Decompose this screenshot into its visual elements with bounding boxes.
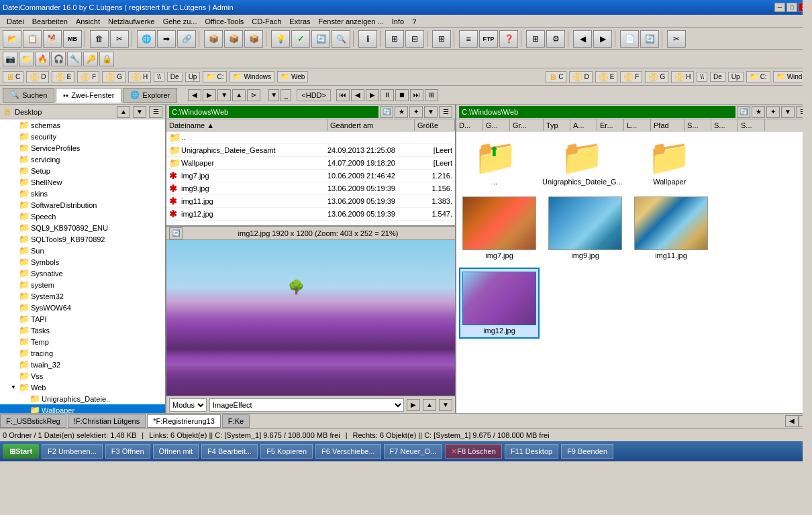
tree-item-temp[interactable]: 📁Temp	[0, 336, 165, 347]
nav-pause-right[interactable]: ⏸	[380, 89, 394, 101]
drive-up-right[interactable]: Up	[728, 72, 744, 82]
right-folder-wallpaper[interactable]: 📁 Wallpaper	[636, 134, 703, 188]
file-item[interactable]: ✱img12.jpg13.06.2009 05:19:391.547.	[166, 208, 455, 221]
tree-item-sql9-kb970892-enu[interactable]: 📁SQL9_KB970892_ENU	[0, 222, 165, 233]
tree-nav-dn[interactable]: ▼	[133, 106, 146, 118]
thumb-img7[interactable]: img7.jpg	[459, 194, 540, 262]
tree-item-web[interactable]: ▼📁Web	[0, 382, 165, 393]
right-scrollbar[interactable]	[803, 105, 812, 413]
right-folder-up[interactable]: 📁 ⬆ ..	[462, 134, 529, 188]
drive-f-right[interactable]: 📀F	[620, 71, 642, 83]
tab-suchen[interactable]: 🔍 Suchen	[3, 88, 54, 103]
nav-fwd-right[interactable]: ⏭	[410, 89, 423, 101]
toolbar-btn-chain[interactable]: 🔗	[177, 30, 196, 48]
btab-christian[interactable]: !F:Christian Lütgens	[68, 414, 146, 428]
preview-down[interactable]: ▼	[439, 399, 452, 411]
tree-opts[interactable]: ☰	[149, 106, 162, 118]
toolbar-btn-question[interactable]: ❓	[499, 30, 518, 48]
menu-office-tools[interactable]: Office-Tools	[201, 16, 248, 27]
drive-d-right[interactable]: 📀D	[569, 71, 592, 83]
drive-h-left[interactable]: 📀H	[128, 71, 151, 83]
thumb-img12[interactable]: img12.jpg	[459, 268, 540, 339]
mid-filter[interactable]: ▼	[424, 106, 438, 118]
toolbar-btn-pkg[interactable]: 📦	[204, 30, 223, 48]
btab-nav-left[interactable]: ◀	[785, 415, 799, 427]
file-item[interactable]: 📁Unigraphics_Dateie_Gesamt24.09.2013 21:…	[166, 144, 455, 157]
effect-select[interactable]: ImageEffect	[209, 398, 404, 412]
btab-usbstick[interactable]: F:_USBstickReg	[0, 414, 66, 428]
toolbar-btn-delete[interactable]: 🗑	[90, 30, 109, 48]
task-open-with[interactable]: Öffnen mit	[153, 444, 199, 459]
tree-item-serviceprofiles[interactable]: 📁ServiceProfiles	[0, 142, 165, 154]
drive-de-right[interactable]: De	[710, 72, 725, 82]
task-f2[interactable]: F2 Umbenen...	[42, 444, 103, 459]
thumb-img11[interactable]: img11.jpg	[631, 194, 711, 262]
tree-item-skins[interactable]: 📁skins	[0, 188, 165, 199]
toolbar-btn-ftp[interactable]: FTP	[479, 30, 498, 48]
drive-d-left[interactable]: 📀D	[26, 71, 49, 83]
menu-help[interactable]: ?	[408, 16, 420, 27]
menu-gehe-zu[interactable]: Gehe zu...	[159, 16, 201, 27]
tree-item-speech[interactable]: 📁Speech	[0, 211, 165, 222]
file-item[interactable]: ✱img7.jpg10.06.2009 21:46:421.216.	[166, 170, 455, 182]
toolbar-btn-list[interactable]: ≡	[459, 30, 478, 48]
drive-de-left[interactable]: De	[167, 72, 183, 82]
mid-opts[interactable]: ☰	[439, 106, 452, 118]
menu-info[interactable]: Info	[388, 16, 408, 27]
toolbar-btn-mb[interactable]: MB	[63, 30, 82, 48]
toolbar-btn-pkg3[interactable]: 📦	[244, 30, 263, 48]
file-item[interactable]: ✱img9.jpg13.06.2009 05:19:391.156.	[166, 182, 455, 195]
menu-ansicht[interactable]: Ansicht	[72, 16, 104, 27]
drive-c-right[interactable]: 🖥C	[546, 71, 566, 83]
file-item[interactable]: ✱img11.jpg13.06.2009 05:19:391.383.	[166, 195, 455, 208]
tree-item-system[interactable]: 📁system	[0, 279, 165, 290]
preview-up[interactable]: ▲	[423, 399, 436, 411]
tree-item-system32[interactable]: 📁System32	[0, 290, 165, 302]
tree-item-tasks[interactable]: 📁Tasks	[0, 325, 165, 336]
right-folder-unigraphics[interactable]: 📁 Unigraphics_Dateie_G...	[540, 134, 625, 188]
minimize-button[interactable]: ─	[774, 3, 785, 12]
tree-item-sqltools9-kb970892[interactable]: 📁SQLTools9_KB970892	[0, 233, 165, 245]
drive-c2-right[interactable]: 📁C:	[746, 71, 770, 82]
tree-item-servicing[interactable]: 📁servicing	[0, 154, 165, 165]
toolbar2-btn2[interactable]: 📁	[19, 52, 34, 66]
task-f6[interactable]: F6 Verschiebe...	[315, 444, 381, 459]
toolbar-btn-search[interactable]: 🔍	[332, 30, 350, 48]
toolbar-btn-open[interactable]: 📂	[3, 30, 21, 48]
nav-down-left[interactable]: ▼	[217, 89, 231, 101]
drive-web-left[interactable]: 📁Web	[277, 71, 308, 82]
tree-item-vss[interactable]: 📁Vss	[0, 370, 165, 382]
toolbar-btn-copy2[interactable]: 📄	[620, 30, 639, 48]
toolbar-btn-refresh[interactable]: 🔄	[311, 30, 330, 48]
nav-dropdown-left[interactable]: ▼	[268, 89, 279, 101]
mid-refresh[interactable]: 🔄	[380, 106, 393, 118]
nav-minimize-left[interactable]: _	[281, 89, 291, 101]
toolbar-btn-scissors[interactable]: ✂	[110, 30, 129, 48]
toolbar-btn-globe[interactable]: 🌐	[137, 30, 156, 48]
tab-explorer[interactable]: 🌐 Explorer	[123, 88, 177, 103]
toolbar2-btn7[interactable]: 🔒	[99, 52, 114, 66]
tree-item-security[interactable]: 📁security	[0, 131, 165, 142]
toolbar2-btn4[interactable]: 🎧	[51, 52, 66, 66]
tree-item-setup[interactable]: 📁Setup	[0, 165, 165, 176]
right-fav[interactable]: ★	[752, 106, 765, 118]
toolbar-btn-grid2[interactable]: ⊟	[405, 30, 424, 48]
toolbar2-btn1[interactable]: 📷	[3, 52, 17, 66]
task-f3[interactable]: F3 Öffnen	[105, 444, 150, 459]
drive-unc-left[interactable]: \\	[154, 72, 164, 82]
drive-unc-right[interactable]: \\	[697, 72, 707, 82]
toolbar-btn-bulb[interactable]: 💡	[271, 30, 290, 48]
drive-e-right[interactable]: 📀E	[595, 71, 618, 83]
drive-c2-left[interactable]: 📁C:	[203, 71, 227, 82]
tree-item-tracing[interactable]: 📁tracing	[0, 347, 165, 359]
tree-nav-up[interactable]: ▲	[117, 106, 130, 118]
right-filter[interactable]: ▼	[781, 106, 795, 118]
drive-g-left[interactable]: 📀G	[102, 71, 125, 83]
toolbar-btn-apps[interactable]: ⊞	[526, 30, 545, 48]
drive-h-right[interactable]: 📀H	[671, 71, 694, 83]
toolbar-btn-info[interactable]: ℹ	[358, 30, 377, 48]
task-f9[interactable]: F9 Beenden	[561, 444, 613, 459]
tree-item-wallpaper[interactable]: 📁Wallpaper	[0, 404, 165, 413]
mid-star[interactable]: ✦	[409, 106, 423, 118]
tree-item-symbols[interactable]: 📁Symbols	[0, 256, 165, 268]
